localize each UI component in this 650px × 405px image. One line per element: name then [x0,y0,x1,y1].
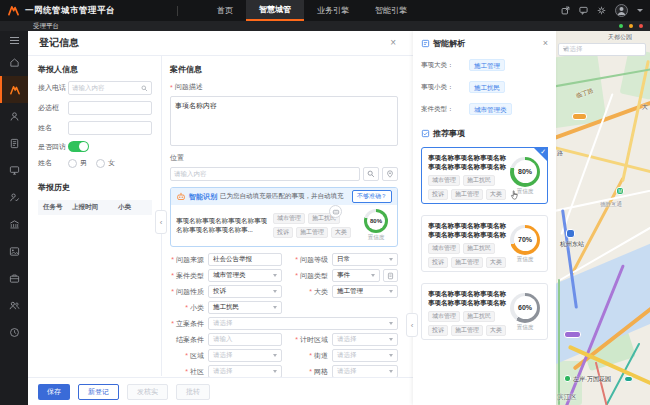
new-registration-button[interactable]: 新登记 [78,384,119,400]
sidebar-item-clock[interactable] [0,319,28,346]
problem-description-textarea[interactable]: 事项名称内容 [170,96,398,146]
sidebar-item-image[interactable] [0,238,28,265]
close-icon[interactable]: × [390,38,396,48]
confidence-label: 置信度 [517,256,534,263]
map-label-road-partial: 路 [557,149,563,158]
item-major-label: 事项大类： [421,61,465,70]
major-class-label: *大类 [288,287,328,297]
sidebar-item-home[interactable] [0,49,28,76]
major-class-select[interactable]: 施工管理 [332,285,398,298]
radio-female[interactable] [96,159,105,168]
top-nav-bar: 一网统管城市管理平台 首页 智慧城管 业务引擎 智能引擎 [0,0,650,21]
timing-area-select[interactable]: 请选择 [332,333,398,346]
collapse-left-column-handle[interactable]: ‹ [155,210,167,234]
col-minor-class: 小类 [118,203,144,212]
closing-condition-input[interactable]: 请输入 [208,333,282,346]
case-type-tag[interactable]: 城市管理类 [469,103,512,115]
gear-icon[interactable] [597,6,606,15]
tag: 施工管理 [451,189,483,200]
menu-icon[interactable] [0,31,28,49]
street-select[interactable]: 请选择 [332,349,398,362]
map-road [558,279,560,405]
tag: 投诉 [273,227,293,238]
confidence-ring: 60% [510,293,540,323]
minor-class-select[interactable]: 施工扰民 [208,301,282,314]
sidebar-item-bank[interactable] [0,211,28,238]
external-link-icon[interactable] [561,6,570,15]
radio-male[interactable] [68,159,77,168]
avatar[interactable] [615,4,628,17]
recommend-card[interactable]: ✓ 事项名称事项名称事项名称事项名称事项名称事项名称事... 城市管理 施工扰民… [421,147,548,204]
problem-type-label: *问题类型 [288,271,328,281]
nav-business-engine[interactable]: 业务引擎 [304,0,362,21]
nav-smart-city[interactable]: 智慧城管 [246,0,304,21]
recommend-card[interactable]: 事项名称事项名称事项名称事项名称事项名称事项名称事... 城市管理 施工扰民 投… [421,283,548,340]
region-select[interactable]: 请选择 [208,349,282,362]
radio-female-label: 女 [108,158,115,168]
timing-area-label: *计时区域 [288,335,328,345]
search-icon[interactable] [141,85,148,92]
case-form-grid: *问题来源 社会公告举报 *问题等级 日常 *案件类型 城市管理类 *问题类型 … [170,253,398,394]
lookup-button[interactable] [383,269,398,282]
source-label: *问题来源 [170,255,204,265]
close-icon[interactable]: × [543,39,548,48]
save-button[interactable]: 保存 [38,384,70,400]
status-dot-green [619,24,623,28]
tag: 投诉 [428,325,448,336]
sidebar-item-user[interactable] [0,103,28,130]
transfer-button[interactable]: 批转 [176,384,210,400]
sidebar-item-monitor[interactable] [0,157,28,184]
hand-cursor-icon [510,190,519,201]
status-dot-orange [629,24,633,28]
message-icon[interactable] [579,6,588,15]
recommend-card[interactable]: 事项名称事项名称事项名称事项名称事项名称事项名称事... 城市管理 施工扰民 投… [421,215,548,272]
tab-accept-platform[interactable]: 受理平台 [33,22,59,31]
required-box-input[interactable] [68,101,152,115]
confidence-gauge: 60% 置信度 [507,289,543,334]
search-button[interactable] [363,167,379,181]
level-select[interactable]: 日常 [332,253,398,266]
phone-input[interactable]: 请输入内容 [68,81,152,95]
app-title: 一网统管城市管理平台 [25,5,115,17]
matched-item-tags: 城市管理 施工扰民 投诉 施工管理 大类 [273,213,355,238]
sidebar-item-briefcase[interactable] [0,265,28,292]
sidebar-item-team[interactable] [0,292,28,319]
matched-item-text: 事项名称事项名称事项名称事项名称事项名称事项名称事... [176,216,268,234]
name-input[interactable] [68,121,152,135]
tag: 大类 [331,227,351,238]
sidebar-item-document[interactable] [0,130,28,157]
nature-select[interactable]: 投诉 [208,285,282,298]
nature-label: *问题性质 [170,287,204,297]
main-nav: 首页 智慧城管 业务引擎 智能引擎 [204,0,420,21]
locate-on-map-button[interactable] [382,167,398,181]
map-select[interactable]: 请选择 [558,43,646,56]
nav-home[interactable]: 首页 [204,0,246,21]
callback-toggle[interactable] [68,141,89,152]
sidebar-item-city-platform[interactable] [0,76,28,103]
not-accurate-button[interactable]: 不够准确？ [352,190,392,203]
item-major-tag[interactable]: 施工管理 [469,59,505,71]
problem-type-select[interactable]: 事件 [332,269,380,282]
sidebar-item-user-audit[interactable] [0,184,28,211]
location-input[interactable]: 请输入内容 [170,167,360,181]
map-label-park: 天都公园 [608,33,632,42]
tag: 投诉 [428,257,448,268]
desc-label: 问题描述 [175,82,203,92]
ai-banner-desc: 已为您自动填充最匹配的事项，并自动填充 [220,192,344,201]
case-type-select[interactable]: 城市管理类 [208,269,282,282]
robot-icon [176,192,186,201]
confidence-percent: 60% [514,296,537,319]
chevron-down-icon[interactable] [637,9,643,12]
collapse-ai-panel-handle[interactable]: ‹ [406,313,418,337]
source-input[interactable]: 社会公告举报 [208,253,282,266]
item-minor-tag[interactable]: 施工扰民 [469,81,505,93]
send-verify-button[interactable]: 发核实 [127,384,168,400]
check-icon: ✓ [540,148,546,156]
filing-condition-select[interactable]: 请选择 [208,317,398,330]
street-label: *街道 [288,351,328,361]
confidence-ring: 70% [510,225,540,255]
metro-station-icon [566,229,575,238]
map-canvas[interactable]: 天都公园 请选择 临丁路 大 路 德胜互通 M 杭州东站 左岸·万国花园 滨江区 [556,31,650,405]
phone-label: 接入电话 [38,83,68,93]
nav-ai-engine[interactable]: 智能引擎 [362,0,420,21]
